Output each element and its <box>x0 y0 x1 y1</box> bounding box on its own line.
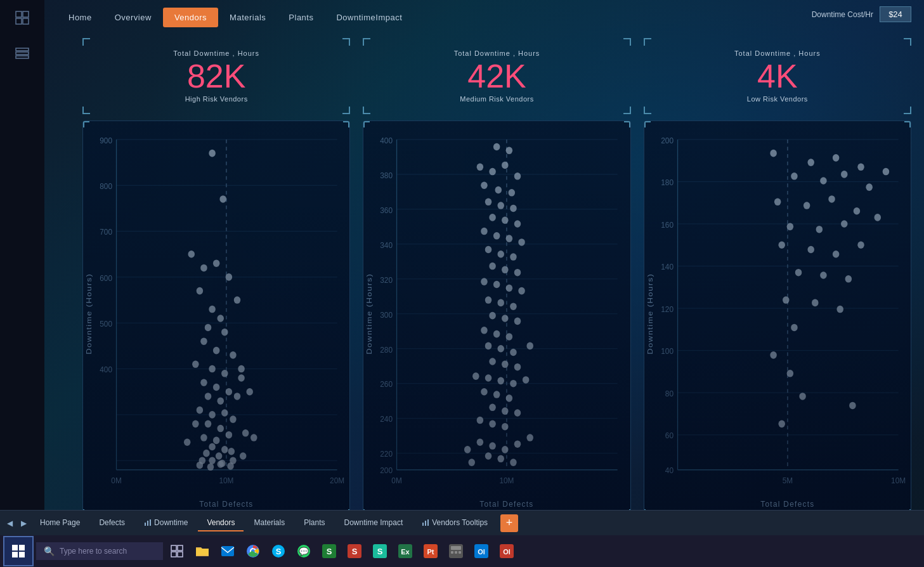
taskbar-app-green[interactable]: S <box>318 540 341 563</box>
svg-point-143 <box>511 303 517 310</box>
tab-downtime-impact[interactable]: Downtime Impact <box>335 515 412 531</box>
svg-text:280: 280 <box>381 345 393 355</box>
taskbar-app-teal[interactable]: S <box>368 540 391 563</box>
svg-point-238 <box>778 420 785 428</box>
chart-icon-2 <box>422 519 429 526</box>
nav-plants[interactable]: Plants <box>277 8 325 27</box>
svg-point-168 <box>477 417 484 424</box>
tab-defects[interactable]: Defects <box>90 515 134 531</box>
taskbar-chrome[interactable] <box>242 540 264 563</box>
taskbar-search[interactable]: 🔍 Type here to search <box>36 542 163 560</box>
chart-box-low-risk: 200 180 160 140 120 100 80 60 40 5M 10M … <box>644 121 911 516</box>
svg-point-37 <box>209 306 216 313</box>
taskbar-excel[interactable]: Ex <box>394 540 417 563</box>
nav-vendors[interactable]: Vendors <box>163 8 218 27</box>
svg-text:S: S <box>377 547 383 556</box>
taskbar-task-view[interactable] <box>166 540 188 563</box>
svg-point-77 <box>240 452 247 460</box>
svg-point-161 <box>523 376 530 384</box>
svg-point-149 <box>506 333 513 341</box>
sidebar-icon-table[interactable] <box>11 42 34 65</box>
svg-point-123 <box>511 205 517 212</box>
svg-rect-271 <box>459 551 461 554</box>
svg-point-148 <box>493 330 500 338</box>
charts-row: 900 800 700 600 500 400 0M 10M 20M Downt… <box>82 121 911 516</box>
svg-point-52 <box>217 397 224 405</box>
svg-point-162 <box>481 388 488 396</box>
kpi-low-risk-label: Total Downtime , Hours <box>734 49 821 57</box>
taskbar-mail[interactable] <box>216 540 239 563</box>
svg-point-225 <box>833 251 840 258</box>
taskbar-skype[interactable]: S <box>267 540 290 563</box>
nav-home[interactable]: Home <box>57 8 103 27</box>
svg-point-46 <box>221 370 228 377</box>
svg-point-81 <box>217 460 224 468</box>
taskbar-powerpoint[interactable]: Pt <box>419 540 442 563</box>
windows-logo <box>12 545 25 557</box>
svg-rect-241 <box>150 519 151 526</box>
svg-point-137 <box>481 278 488 285</box>
sidebar-icon-grid[interactable] <box>11 6 34 29</box>
svg-point-34 <box>226 273 233 281</box>
svg-point-118 <box>481 181 488 189</box>
svg-point-214 <box>882 168 889 176</box>
cost-label: Downtime Cost/Hr <box>812 10 873 19</box>
svg-rect-3 <box>23 18 29 24</box>
tab-home-page[interactable]: Home Page <box>31 515 89 531</box>
taskbar-calc[interactable] <box>445 540 467 563</box>
svg-point-61 <box>213 437 220 445</box>
search-icon: 🔍 <box>44 546 55 556</box>
tab-vendors[interactable]: Vendors <box>198 515 244 531</box>
svg-point-55 <box>209 411 216 419</box>
svg-point-116 <box>502 162 509 169</box>
taskbar: 🔍 Type here to search S 💬 S S S E <box>0 535 924 567</box>
svg-point-218 <box>853 207 860 215</box>
svg-rect-6 <box>16 56 29 58</box>
svg-point-221 <box>816 226 823 233</box>
nav-overview[interactable]: Overview <box>103 8 163 27</box>
svg-point-47 <box>238 365 245 373</box>
svg-point-165 <box>490 404 497 412</box>
tab-add-button[interactable]: + <box>500 514 518 532</box>
taskbar-app-red[interactable]: S <box>343 540 366 563</box>
svg-text:40: 40 <box>665 466 673 476</box>
nav-materials[interactable]: Materials <box>218 8 277 27</box>
taskbar-outlook-red[interactable]: Ol <box>495 540 518 563</box>
cost-value[interactable]: $24 <box>880 6 911 22</box>
start-button[interactable] <box>3 536 34 566</box>
tab-nav-next[interactable]: ▶ <box>17 517 30 530</box>
svg-point-228 <box>820 271 827 279</box>
svg-point-215 <box>774 199 781 206</box>
svg-point-171 <box>464 446 471 453</box>
svg-text:380: 380 <box>381 171 393 180</box>
svg-point-129 <box>506 235 513 242</box>
svg-text:120: 120 <box>661 304 673 314</box>
tab-downtime[interactable]: Downtime <box>135 515 197 531</box>
tab-vendors-tooltips[interactable]: Vendors Tooltips <box>413 515 497 531</box>
svg-text:10M: 10M <box>500 476 514 486</box>
svg-text:Ol: Ol <box>478 548 485 556</box>
svg-point-152 <box>511 349 517 356</box>
svg-point-122 <box>498 202 505 209</box>
tab-nav-prev[interactable]: ◀ <box>3 517 16 530</box>
tab-plants[interactable]: Plants <box>295 515 334 531</box>
svg-point-54 <box>197 407 204 414</box>
svg-point-135 <box>502 266 509 274</box>
svg-point-33 <box>213 259 220 267</box>
kpi-low-risk-sublabel: Low Risk Vendors <box>747 95 808 103</box>
svg-point-207 <box>807 159 814 166</box>
dashboard: Home Overview Vendors Materials Plants D… <box>44 0 924 535</box>
svg-point-217 <box>828 195 835 203</box>
svg-point-80 <box>207 464 214 471</box>
svg-point-234 <box>770 351 777 359</box>
taskbar-outlook-blue[interactable]: Ol <box>470 540 493 563</box>
taskbar-whatsapp[interactable]: 💬 <box>292 540 315 563</box>
svg-text:Downtime (Hours): Downtime (Hours) <box>365 273 374 355</box>
nav-downtime-impact[interactable]: DowntimeImpact <box>325 8 413 27</box>
svg-point-72 <box>184 438 191 446</box>
taskbar-file-explorer[interactable] <box>191 540 214 563</box>
tab-materials[interactable]: Materials <box>245 515 294 531</box>
svg-text:360: 360 <box>381 205 393 215</box>
svg-rect-4 <box>16 48 29 51</box>
svg-point-206 <box>770 150 777 157</box>
